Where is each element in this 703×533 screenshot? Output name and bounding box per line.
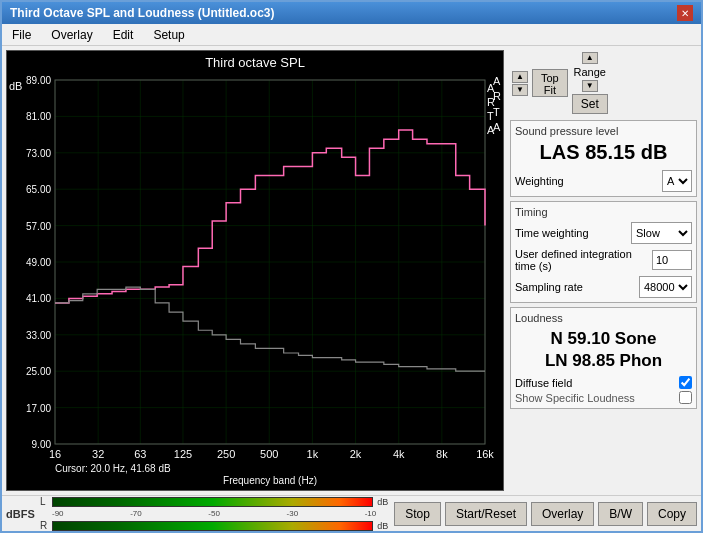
spl-panel: Sound pressure level LAS 85.15 dB Weight… bbox=[510, 120, 697, 197]
range-group: ▲ Range ▼ Set bbox=[572, 52, 608, 114]
weighting-row: Weighting A C Z bbox=[515, 170, 692, 192]
sampling-rate-label: Sampling rate bbox=[515, 281, 583, 293]
user-defined-label: User defined integration time (s) bbox=[515, 248, 635, 272]
diffuse-label: Diffuse field bbox=[515, 377, 572, 389]
top-button[interactable]: Top Fit bbox=[532, 69, 568, 97]
db-label-r: dB bbox=[377, 521, 388, 531]
range-up-arrow[interactable]: ▲ bbox=[582, 52, 598, 64]
set-button[interactable]: Set bbox=[572, 94, 608, 114]
title-bar: Third Octave SPL and Loudness (Untitled.… bbox=[2, 2, 701, 24]
fit-label: Fit bbox=[541, 84, 559, 96]
level-scale-top: -90-70-50-30-10 bbox=[52, 509, 376, 518]
dbfs-label: dBFS bbox=[6, 508, 34, 520]
diffuse-row: Diffuse field bbox=[515, 376, 692, 389]
right-panel: ▲ ▼ Top Fit ▲ Range ▼ Set Sound pressure… bbox=[506, 46, 701, 495]
show-specific-row: Show Specific Loudness bbox=[515, 391, 692, 404]
chart-canvas-wrapper: ARTA bbox=[7, 74, 503, 490]
main-window: Third Octave SPL and Loudness (Untitled.… bbox=[0, 0, 703, 533]
right-level-bar bbox=[52, 521, 373, 531]
close-button[interactable]: ✕ bbox=[677, 5, 693, 21]
loudness-line2: LN 98.85 Phon bbox=[515, 350, 692, 372]
menu-setup[interactable]: Setup bbox=[143, 26, 194, 43]
loudness-line1: N 59.10 Sone bbox=[515, 328, 692, 350]
weighting-select[interactable]: A C Z bbox=[662, 170, 692, 192]
menu-overlay[interactable]: Overlay bbox=[41, 26, 102, 43]
left-channel-label: L bbox=[40, 496, 50, 507]
top-controls: ▲ ▼ Top Fit ▲ Range ▼ Set bbox=[510, 50, 697, 116]
level-meter-container: L dB -90-70-50-30-10 R dB bbox=[40, 496, 388, 531]
right-channel-label: R bbox=[40, 520, 50, 531]
time-weighting-row: Time weighting Slow Fast Impulse bbox=[515, 222, 692, 244]
user-defined-input[interactable]: 10 bbox=[652, 250, 692, 270]
bw-button[interactable]: B/W bbox=[598, 502, 643, 526]
overlay-button[interactable]: Overlay bbox=[531, 502, 594, 526]
top-up-arrow[interactable]: ▲ bbox=[512, 71, 528, 83]
user-defined-row: User defined integration time (s) 10 bbox=[515, 248, 692, 272]
weighting-label: Weighting bbox=[515, 175, 564, 187]
right-level-row: R dB bbox=[40, 520, 388, 531]
loudness-panel: Loudness N 59.10 Sone LN 98.85 Phon Diff… bbox=[510, 307, 697, 409]
top-down-arrow[interactable]: ▼ bbox=[512, 84, 528, 96]
db-label-l: dB bbox=[377, 497, 388, 507]
chart-area: Third octave SPL ARTA bbox=[6, 50, 504, 491]
timing-panel: Timing Time weighting Slow Fast Impulse … bbox=[510, 201, 697, 303]
stop-button[interactable]: Stop bbox=[394, 502, 441, 526]
time-weighting-label: Time weighting bbox=[515, 227, 589, 239]
range-down-arrow[interactable]: ▼ bbox=[582, 80, 598, 92]
loudness-values: N 59.10 Sone LN 98.85 Phon bbox=[515, 328, 692, 372]
menu-file[interactable]: File bbox=[2, 26, 41, 43]
time-weighting-select[interactable]: Slow Fast Impulse bbox=[631, 222, 692, 244]
spl-value: LAS 85.15 dB bbox=[515, 141, 692, 164]
bottom-buttons: Stop Start/Reset Overlay B/W Copy bbox=[394, 502, 697, 526]
chart-canvas bbox=[7, 74, 503, 490]
window-title: Third Octave SPL and Loudness (Untitled.… bbox=[10, 6, 274, 20]
copy-button[interactable]: Copy bbox=[647, 502, 697, 526]
show-specific-label: Show Specific Loudness bbox=[515, 392, 635, 404]
menu-bar: File Overlay Edit Setup bbox=[2, 24, 701, 46]
main-content: Third octave SPL ARTA ▲ ▼ Top Fit ▲ bbox=[2, 46, 701, 495]
range-label: Range bbox=[574, 66, 606, 78]
diffuse-checkbox[interactable] bbox=[679, 376, 692, 389]
top-arrow-group: ▲ ▼ bbox=[512, 71, 528, 96]
left-level-row: L dB bbox=[40, 496, 388, 507]
top-label: Top bbox=[541, 72, 559, 84]
spl-panel-title: Sound pressure level bbox=[515, 125, 692, 137]
sampling-rate-row: Sampling rate 48000 44100 bbox=[515, 276, 692, 298]
left-level-bar bbox=[52, 497, 373, 507]
show-specific-checkbox[interactable] bbox=[679, 391, 692, 404]
chart-title: Third octave SPL bbox=[7, 51, 503, 74]
sampling-rate-select[interactable]: 48000 44100 bbox=[639, 276, 692, 298]
chart-right-labels: ARTA bbox=[493, 74, 501, 136]
timing-panel-title: Timing bbox=[515, 206, 692, 218]
loudness-panel-title: Loudness bbox=[515, 312, 692, 324]
start-reset-button[interactable]: Start/Reset bbox=[445, 502, 527, 526]
bottom-bar: dBFS L dB -90-70-50-30-10 R dB Stop Star… bbox=[2, 495, 701, 531]
menu-edit[interactable]: Edit bbox=[103, 26, 144, 43]
diffuse-checkbox-wrapper bbox=[679, 376, 692, 389]
